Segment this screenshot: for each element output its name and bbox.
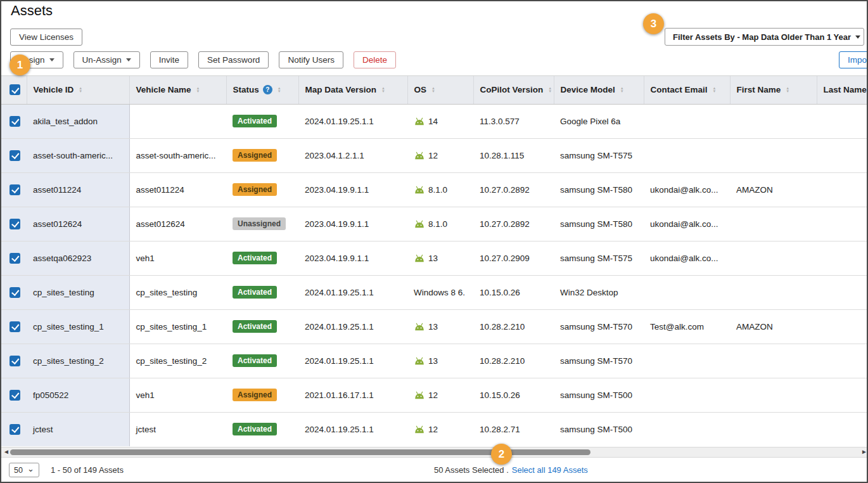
device-model-cell: samsung SM-T580: [554, 172, 644, 207]
page-size-select[interactable]: 50 ⌄: [9, 463, 39, 477]
table-row: cp_sites_testing_2cp_sites_testing_2Acti…: [1, 344, 868, 378]
column-label: OS: [414, 85, 427, 94]
vehicle-name-cell: asset012624: [129, 207, 226, 241]
status-cell: Activated: [226, 241, 298, 275]
column-label: First Name: [737, 85, 781, 94]
import-button[interactable]: Import: [839, 51, 868, 68]
vehicle-id-cell: asset012624: [27, 207, 129, 241]
chevron-down-icon: [126, 58, 131, 61]
page-size-value: 50: [14, 466, 23, 475]
set-password-button[interactable]: Set Password: [198, 51, 269, 68]
filter-label: Filter Assets By - Map Data Older Than 1…: [673, 32, 851, 42]
column-header-device_model[interactable]: Device Model: [554, 76, 644, 104]
contact-email-cell: [644, 275, 730, 309]
column-header-copilot_version[interactable]: CoPilot Version: [473, 76, 554, 104]
filter-assets-dropdown[interactable]: Filter Assets By - Map Data Older Than 1…: [665, 28, 864, 46]
vehicle-id-cell: fp050522: [27, 378, 129, 412]
status-help-icon[interactable]: ?: [263, 85, 272, 94]
row-checkbox[interactable]: [10, 219, 20, 229]
device-model-cell: Google Pixel 6a: [554, 104, 644, 138]
map-data-version-cell: 2023.04.19.9.1.1: [298, 172, 407, 207]
column-label: Contact Email: [651, 85, 708, 94]
row-checkbox[interactable]: [10, 184, 20, 195]
row-checkbox[interactable]: [10, 390, 20, 401]
copilot-version-cell: 11.3.0.577: [473, 104, 554, 138]
last-name-cell: [817, 207, 868, 241]
os-version-text: 14: [428, 117, 438, 126]
scroll-right-icon[interactable]: ►: [861, 448, 867, 455]
column-header-map_data_version[interactable]: Map Data Version: [298, 76, 407, 104]
column-header-vehicle_name[interactable]: Vehicle Name: [129, 76, 226, 104]
row-checkbox[interactable]: [10, 116, 20, 127]
last-name-cell: [817, 104, 868, 138]
unassign-button[interactable]: Un-Assign: [73, 51, 140, 68]
table-header-row: Vehicle IDVehicle NameStatus?Map Data Ve…: [1, 76, 868, 104]
select-all-link[interactable]: Select all 149 Assets: [512, 465, 588, 475]
column-label: Device Model: [561, 85, 615, 94]
android-icon: [414, 323, 425, 331]
column-header-status[interactable]: Status?: [226, 76, 298, 104]
row-checkbox[interactable]: [10, 321, 20, 332]
vehicle-id-cell: cp_sites_testing_1: [27, 309, 129, 344]
vehicle-id-cell: cp_sites_testing: [27, 275, 129, 309]
last-name-cell: [817, 412, 868, 446]
os-version-text: 8.1.0: [428, 219, 447, 229]
contact-email-cell: ukondai@alk.co...: [644, 207, 730, 241]
status-cell: Unassigned: [226, 207, 298, 241]
contact-email-cell: ukondai@alk.co...: [644, 241, 730, 275]
assets-table-grid: Vehicle IDVehicle NameStatus?Map Data Ve…: [1, 76, 868, 446]
row-checkbox[interactable]: [10, 356, 20, 366]
copilot-version-cell: 10.27.0.2892: [473, 172, 554, 207]
copilot-version-cell: 10.27.0.2892: [473, 207, 554, 241]
android-icon: [414, 425, 425, 434]
view-licenses-button[interactable]: View Licenses: [10, 29, 82, 46]
os-cell: 8.1.0: [407, 172, 473, 207]
copilot-version-cell: 10.28.2.210: [473, 344, 554, 378]
column-header-contact_email[interactable]: Contact Email: [644, 76, 730, 104]
row-checkbox[interactable]: [10, 424, 20, 435]
android-icon: [414, 254, 425, 262]
first-name-cell: [730, 412, 817, 446]
os-version-text: 13: [428, 254, 438, 263]
status-badge: Unassigned: [233, 217, 286, 230]
column-header-os[interactable]: OS: [407, 76, 473, 104]
horizontal-scrollbar[interactable]: ◄ ►: [1, 447, 868, 458]
last-name-cell: [817, 344, 868, 378]
table-row: cp_sites_testingcp_sites_testingActivate…: [1, 275, 868, 309]
table-row: asset011224asset011224Assigned2023.04.19…: [1, 172, 868, 207]
row-checkbox[interactable]: [10, 287, 20, 298]
page-title: Assets: [11, 3, 53, 19]
first-name-cell: AMAZON: [730, 172, 817, 207]
first-name-cell: [730, 104, 817, 138]
delete-button[interactable]: Delete: [354, 51, 396, 68]
copilot-version-cell: 10.27.0.2909: [473, 241, 554, 275]
column-header-last_name[interactable]: Last Name: [817, 76, 868, 104]
column-label: Status: [233, 85, 259, 94]
vehicle-name-cell: asset-south-americ...: [129, 138, 226, 172]
invite-button[interactable]: Invite: [150, 51, 188, 68]
last-name-cell: [817, 378, 868, 412]
column-header-vehicle_id[interactable]: Vehicle ID: [27, 76, 129, 104]
select-all-checkbox[interactable]: [10, 84, 20, 95]
status-cell: Activated: [226, 309, 298, 344]
first-name-cell: [730, 275, 817, 309]
column-label: Last Name: [824, 85, 867, 94]
sort-icon: [786, 87, 789, 93]
contact-email-cell: [644, 138, 730, 172]
notify-users-button[interactable]: Notify Users: [279, 51, 343, 68]
os-version-text: 12: [428, 390, 438, 400]
device-model-cell: samsung SM-T570: [554, 344, 644, 378]
status-badge: Activated: [233, 423, 277, 435]
row-checkbox[interactable]: [10, 150, 20, 161]
status-badge: Activated: [233, 252, 277, 264]
chevron-down-icon: [855, 35, 860, 39]
row-checkbox[interactable]: [10, 253, 20, 264]
map-data-version-cell: 2023.04.1.2.1.1: [298, 138, 407, 172]
android-icon: [414, 151, 425, 160]
android-icon: [414, 357, 425, 365]
first-name-cell: [730, 344, 817, 378]
column-label: CoPilot Version: [480, 85, 544, 94]
first-name-cell: AMAZON: [730, 309, 817, 344]
column-header-first_name[interactable]: First Name: [730, 76, 817, 104]
scroll-left-icon[interactable]: ◄: [3, 448, 10, 455]
